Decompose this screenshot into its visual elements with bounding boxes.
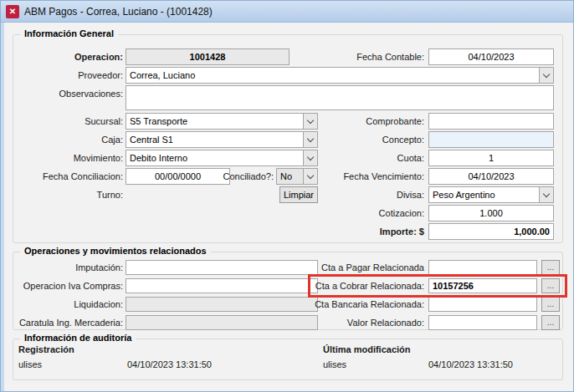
valor-relacionado-field[interactable] [428, 315, 537, 330]
divisa-value: Peso Argentino [429, 187, 539, 202]
comprobante-label: Comprobante: [306, 113, 424, 130]
divisa-combobox[interactable]: Peso Argentino [428, 186, 554, 203]
registracion-user: ulises [18, 359, 42, 369]
valor-relacionado-label: Valor Relacionado: [264, 315, 424, 330]
caja-combobox[interactable]: Central S1 [126, 131, 318, 148]
cotizacion-field[interactable] [428, 205, 554, 221]
abm-pagos-window: ✕ ABM Pagos - Correa, Luciano - (1001428… [0, 0, 574, 392]
ultima-modificacion-timestamp: 04/10/2023 13:31:50 [428, 359, 513, 369]
sucursal-value: S5 Transporte [126, 114, 303, 129]
window-title: ABM Pagos - Correa, Luciano - (1001428) [24, 1, 213, 23]
group-title: Información de auditoría [20, 333, 136, 343]
ultima-modificacion-user: ulises [323, 359, 346, 369]
conciliado-label: Conciliado?: [221, 168, 274, 185]
divisa-label: Divisa: [306, 186, 424, 203]
cotizacion-label: Cotizacion: [306, 205, 424, 221]
chevron-down-icon[interactable] [539, 68, 553, 83]
ultima-modificacion-title: Última modificación [323, 344, 411, 354]
sucursal-label: Sucursal: [13, 113, 123, 130]
proveedor-label: Proveedor: [13, 67, 123, 84]
group-informacion-general: Información General Operacion: Fecha Con… [13, 34, 563, 243]
conciliado-value: No [277, 169, 303, 184]
cta-bancaria-field[interactable] [428, 297, 537, 312]
group-operaciones-relacionadas: Operaciones y movimientos relacionados I… [13, 252, 563, 330]
group-title: Información General [20, 28, 118, 38]
fecha-vencimiento-label: Fecha Vencimiento: [306, 168, 424, 185]
liquidacion-label: Liquidacion: [13, 297, 123, 312]
caja-label: Caja: [13, 131, 123, 148]
imputacion-label: Imputación: [13, 260, 123, 275]
window-frame-left [1, 23, 4, 391]
cta-cobrar-field[interactable] [428, 278, 537, 293]
fecha-conciliacion-field[interactable] [126, 168, 230, 185]
observaciones-label: Observaciones: [13, 85, 123, 102]
caja-value: Central S1 [126, 132, 303, 147]
movimiento-combobox[interactable]: Debito Interno [126, 150, 318, 166]
fecha-contable-label: Fecha Contable: [306, 48, 424, 65]
registracion-title: Registración [18, 344, 74, 354]
registracion-timestamp: 04/10/2023 13:31:50 [127, 359, 212, 369]
titlebar: ✕ ABM Pagos - Correa, Luciano - (1001428… [1, 1, 573, 23]
valor-relacionado-browse-button[interactable]: ... [541, 315, 560, 330]
cta-cobrar-browse-button[interactable]: ... [541, 278, 560, 293]
app-icon: ✕ [6, 5, 19, 18]
fecha-conciliacion-label: Fecha Conciliacion: [13, 168, 123, 185]
operacion-field[interactable] [126, 48, 290, 65]
proveedor-combobox[interactable]: Correa, Luciano [126, 67, 554, 84]
group-auditoria: Información de auditoría Registración ul… [13, 339, 563, 380]
proveedor-value: Correa, Luciano [126, 68, 539, 83]
chevron-down-icon[interactable] [539, 187, 553, 202]
cuota-field[interactable] [428, 150, 554, 166]
cta-bancaria-browse-button[interactable]: ... [541, 297, 560, 312]
concepto-field[interactable] [428, 131, 554, 148]
operacion-iva-label: Operacion Iva Compras: [13, 278, 123, 293]
cta-pagar-field[interactable] [428, 260, 537, 275]
observaciones-field[interactable] [126, 85, 554, 110]
caratula-label: Caratula Ing. Mercaderia: [13, 315, 123, 330]
turno-label: Turno: [13, 186, 123, 203]
importe-label: Importe: $ [306, 223, 424, 240]
operacion-label: Operacion: [13, 48, 123, 65]
cta-cobrar-label: Cta a Cobrar Relacionada: [264, 278, 424, 293]
cta-pagar-browse-button[interactable]: ... [541, 260, 560, 275]
cuota-label: Cuota: [306, 150, 424, 166]
fecha-vencimiento-field[interactable] [428, 168, 554, 185]
group-title: Operaciones y movimientos relacionados [20, 246, 211, 256]
movimiento-value: Debito Interno [126, 150, 303, 165]
concepto-label: Concepto: [306, 131, 424, 148]
cta-bancaria-label: Cta Bancaria Relacionada: [264, 297, 424, 312]
comprobante-field[interactable] [428, 113, 554, 130]
fecha-contable-field[interactable] [428, 48, 554, 65]
cta-pagar-label: Cta a Pagar Relacionada [264, 260, 424, 275]
importe-field[interactable] [428, 223, 554, 240]
movimiento-label: Movimiento: [13, 150, 123, 166]
sucursal-combobox[interactable]: S5 Transporte [126, 113, 318, 130]
